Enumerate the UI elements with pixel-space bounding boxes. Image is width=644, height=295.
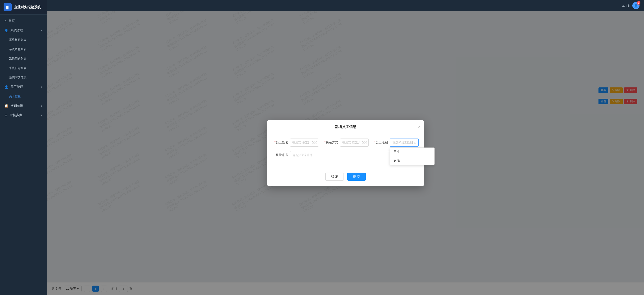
sidebar-item-system-users[interactable]: 系统用户列表 xyxy=(0,54,47,64)
sidebar-nav: ⌂ 首页 👤 系统管理 ∧ 系统权限列表 系统角色列表 系统用户列表 系统日志列… xyxy=(0,14,47,295)
dialog-footer: 取 消 提 交 xyxy=(267,169,424,186)
sidebar-group-audit[interactable]: ☰ 审核步骤 ∨ xyxy=(0,110,47,120)
sidebar-group-system-mgmt[interactable]: 👤 系统管理 ∧ xyxy=(0,26,47,35)
form-row-1: *员工姓名 0/10 *联系方式 xyxy=(272,138,419,146)
employee-icon: 👤 xyxy=(4,85,8,89)
dialog-body: *员工姓名 0/10 *联系方式 xyxy=(267,133,424,169)
sidebar-group-label: 审核步骤 xyxy=(10,113,22,117)
employee-name-count: 0/10 xyxy=(312,141,317,144)
logo-icon: ||| xyxy=(4,3,12,11)
gender-option-female[interactable]: 女性 xyxy=(390,156,434,165)
gender-select[interactable]: 请选择员工性别 ∧ xyxy=(390,138,419,146)
audit-icon: ☰ xyxy=(4,114,8,117)
gender-dropdown: 男性 女性 xyxy=(390,148,434,165)
home-icon: ⌂ xyxy=(4,19,6,23)
header-user: admin 👤 1 xyxy=(622,2,640,9)
sidebar-sub-label: 员工信息 xyxy=(9,94,21,98)
sidebar-sub-label: 系统角色列表 xyxy=(9,47,26,51)
login-account-label: 登录账号 xyxy=(272,153,288,157)
employee-name-field: *员工姓名 0/10 xyxy=(272,138,319,146)
sidebar: ||| 企业财务报销系统 ⌂ 首页 👤 系统管理 ∧ 系统权限列表 系统角色列表… xyxy=(0,0,47,295)
contact-label: *联系方式 xyxy=(322,140,338,144)
sidebar-item-system-roles[interactable]: 系统角色列表 xyxy=(0,44,47,54)
sidebar-group-label: 系统管理 xyxy=(10,28,23,32)
chevron-down-icon: ∨ xyxy=(41,114,42,117)
sidebar-group-label: 员工管理 xyxy=(10,85,23,89)
sidebar-sub-label: 系统字典信息 xyxy=(9,76,26,80)
gender-placeholder: 请选择员工性别 xyxy=(392,140,413,144)
sidebar-sub-label: 系统权限列表 xyxy=(9,38,26,42)
employee-name-input-wrapper: 0/10 xyxy=(290,138,319,146)
sidebar-item-employee-info[interactable]: 员工信息 xyxy=(0,92,47,101)
sidebar-sub-label: 系统日志列表 xyxy=(9,66,26,70)
header: admin 👤 1 xyxy=(47,0,644,11)
add-employee-dialog: 新增员工信息 × *员工姓名 0/10 xyxy=(267,120,424,186)
sidebar-group-label: 报销单据 xyxy=(10,104,23,108)
dialog-header: 新增员工信息 × xyxy=(267,120,424,133)
close-button[interactable]: × xyxy=(418,125,420,129)
employee-name-label: *员工姓名 xyxy=(272,140,288,144)
sidebar-logo: ||| 企业财务报销系统 xyxy=(0,0,47,14)
gender-field: *员工性别 请选择员工性别 ∧ 男性 女性 xyxy=(372,138,419,146)
sidebar-item-label: 首页 xyxy=(8,19,15,23)
contact-input-wrapper: 0/10 xyxy=(340,138,369,146)
chevron-up-icon: ∧ xyxy=(414,141,416,144)
sidebar-item-system-logs[interactable]: 系统日志列表 xyxy=(0,64,47,73)
app-title: 企业财务报销系统 xyxy=(14,5,41,10)
username: admin xyxy=(622,4,630,8)
sidebar-item-system-permissions[interactable]: 系统权限列表 xyxy=(0,35,47,44)
content-area: // Generate watermark entries via JS 天行歌… xyxy=(47,11,644,295)
sidebar-group-reimbursement[interactable]: 📋 报销单据 ∨ xyxy=(0,101,47,110)
submit-button[interactable]: 提 交 xyxy=(347,172,366,181)
sidebar-sub-label: 系统用户列表 xyxy=(9,57,26,61)
sidebar-item-system-dict[interactable]: 系统字典信息 xyxy=(0,73,47,82)
reimbursement-icon: 📋 xyxy=(4,104,8,108)
account-placeholder: 请选择登录账号 xyxy=(292,153,313,157)
chevron-down-icon: ∨ xyxy=(41,104,42,107)
gender-label: *员工性别 xyxy=(372,140,388,144)
avatar: 👤 1 xyxy=(632,2,640,9)
sidebar-group-employee-mgmt[interactable]: 👤 员工管理 ∧ xyxy=(0,82,47,92)
sidebar-item-home[interactable]: ⌂ 首页 xyxy=(0,16,47,26)
chevron-up-icon: ∧ xyxy=(41,29,42,32)
notification-badge: 1 xyxy=(637,1,640,5)
dialog-title: 新增员工信息 xyxy=(335,125,356,129)
gender-option-male[interactable]: 男性 xyxy=(390,148,434,156)
contact-count: 0/10 xyxy=(362,141,367,144)
user-icon: 👤 xyxy=(4,29,8,32)
main-area: admin 👤 1 // Generate watermark entries … xyxy=(47,0,644,295)
chevron-up-icon: ∧ xyxy=(41,86,42,88)
contact-field: *联系方式 0/10 xyxy=(322,138,369,146)
cancel-button[interactable]: 取 消 xyxy=(325,172,344,181)
